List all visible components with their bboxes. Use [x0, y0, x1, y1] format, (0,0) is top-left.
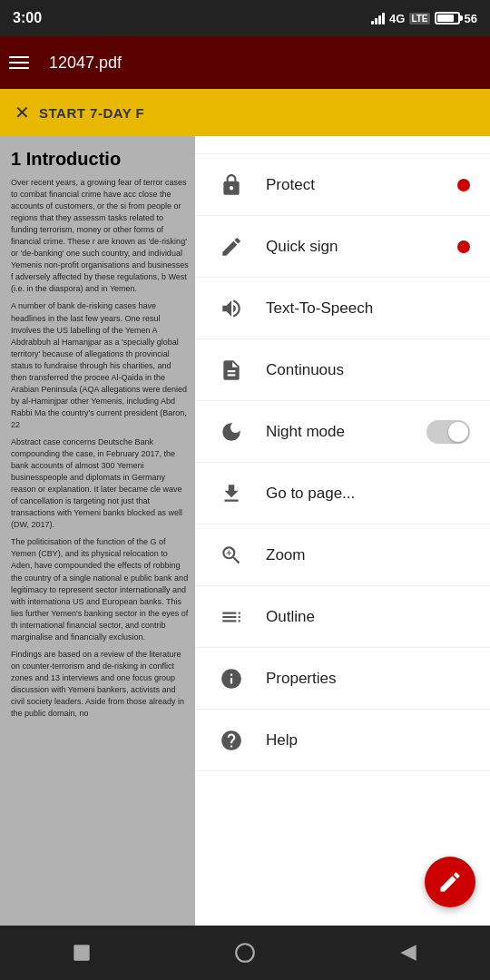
status-time: 3:00: [13, 10, 42, 26]
zoom-label: Zoom: [266, 546, 470, 564]
status-icons: 4G LTE 56: [371, 12, 477, 25]
toolbar-title: 12047.pdf: [49, 54, 481, 73]
continuous-label: Continuous: [266, 361, 470, 379]
protect-label: Protect: [266, 176, 457, 194]
gotopage-label: Go to page...: [266, 485, 470, 503]
moon-icon: [215, 416, 248, 448]
hamburger-menu[interactable]: [9, 53, 36, 73]
nightmode-toggle[interactable]: [426, 420, 470, 444]
top-toolbar: 12047.pdf: [0, 36, 490, 89]
texttospeech-label: Text-To-Speech: [266, 299, 470, 318]
triangle-nav-icon: [397, 941, 420, 965]
signal-bars: [371, 12, 385, 24]
speaker-icon: [215, 292, 248, 325]
battery-indicator: [435, 12, 460, 24]
menu-item-continuous[interactable]: Continuous: [195, 339, 490, 401]
outline-label: Outline: [266, 608, 470, 626]
overlay-panel: Export Protect Quick sign: [195, 36, 490, 926]
menu-list: Export Protect Quick sign: [195, 93, 490, 926]
promo-banner: ✕ START 7-DAY F: [0, 89, 490, 136]
info-icon: [215, 662, 248, 695]
fab-edit-button[interactable]: [425, 857, 475, 907]
menu-item-protect[interactable]: Protect: [195, 154, 490, 216]
protect-icon: [215, 169, 248, 201]
properties-label: Properties: [266, 670, 470, 688]
left-dim-overlay: [0, 36, 195, 926]
menu-item-properties[interactable]: Properties: [195, 648, 490, 710]
menu-item-outline[interactable]: Outline: [195, 586, 490, 648]
nav-home-button[interactable]: [218, 935, 272, 971]
network-label: 4G: [389, 12, 405, 25]
battery-level: 56: [465, 12, 477, 25]
status-bar: 3:00 4G LTE 56: [0, 0, 490, 36]
promo-close-button[interactable]: ✕: [15, 102, 30, 123]
menu-item-quicksign[interactable]: Quick sign: [195, 216, 490, 278]
menu-item-zoom[interactable]: Zoom: [195, 524, 490, 586]
menu-item-texttospeech[interactable]: Text-To-Speech: [195, 278, 490, 339]
nav-back-button[interactable]: [381, 935, 436, 971]
nav-square-button[interactable]: [54, 935, 109, 971]
menu-item-gotopage[interactable]: Go to page...: [195, 463, 490, 524]
bottom-nav: [0, 926, 490, 980]
menu-item-nightmode[interactable]: Night mode: [195, 401, 490, 463]
nightmode-label: Night mode: [266, 423, 426, 441]
quicksign-icon: [215, 230, 248, 263]
svg-marker-2: [400, 945, 416, 960]
menu-item-help[interactable]: Help: [195, 710, 490, 771]
edit-icon: [437, 869, 463, 895]
gotopage-icon: [215, 477, 248, 510]
circle-nav-icon: [233, 941, 257, 965]
lte-label: LTE: [409, 13, 429, 24]
protect-badge: [457, 179, 470, 191]
continuous-icon: [215, 354, 248, 387]
help-icon: [215, 724, 248, 757]
square-nav-icon: [70, 941, 93, 965]
quicksign-label: Quick sign: [266, 238, 457, 256]
promo-text: START 7-DAY F: [39, 105, 144, 121]
outline-icon: [215, 601, 248, 633]
help-label: Help: [266, 731, 470, 750]
svg-point-1: [236, 944, 254, 962]
svg-rect-0: [74, 945, 89, 960]
zoom-icon: [215, 539, 248, 572]
battery-fill: [437, 15, 455, 22]
quicksign-badge: [457, 240, 470, 253]
